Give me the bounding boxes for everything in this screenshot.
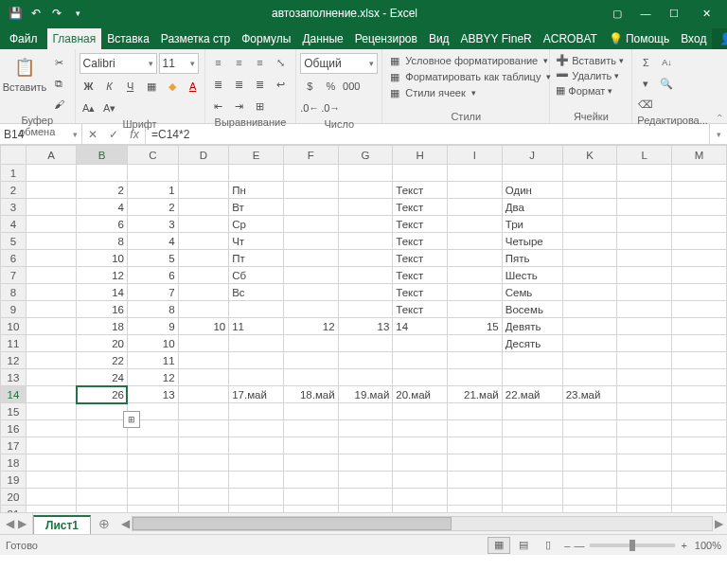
row-header[interactable]: 13 (1, 369, 27, 386)
cell[interactable] (672, 216, 727, 233)
cell[interactable] (448, 301, 503, 318)
align-middle-icon[interactable]: ≡ (230, 53, 249, 72)
close-button[interactable]: ✕ (689, 3, 723, 24)
cell[interactable] (393, 454, 448, 472)
worksheet-grid[interactable]: ABCDEFGHIJKLM1221ПнТекстОдин342ВтТекстДв… (0, 145, 727, 512)
cell[interactable]: 12 (283, 318, 338, 335)
format-cells-button[interactable]: ▦Формат▾ (554, 83, 626, 98)
cell[interactable] (617, 352, 672, 369)
autosum-icon[interactable]: Σ (636, 53, 655, 72)
cell[interactable]: 2 (77, 182, 128, 199)
column-header[interactable]: F (283, 146, 338, 165)
wrap-text-icon[interactable]: ↩ (272, 75, 291, 94)
cell[interactable] (283, 454, 338, 472)
cell[interactable]: 9 (127, 318, 178, 335)
cell[interactable] (338, 489, 393, 506)
cell[interactable]: 10 (178, 318, 229, 335)
cell[interactable] (178, 182, 229, 199)
cell[interactable] (562, 301, 617, 318)
cell[interactable] (26, 369, 77, 386)
cell[interactable]: 6 (127, 267, 178, 284)
cell[interactable] (229, 165, 284, 182)
cell[interactable]: 20.май (393, 386, 448, 403)
select-all-corner[interactable] (1, 146, 27, 165)
cell[interactable] (127, 489, 178, 506)
cell[interactable] (26, 250, 77, 267)
cell[interactable] (338, 199, 393, 216)
cell[interactable] (672, 199, 727, 216)
cell[interactable] (338, 472, 393, 489)
cell[interactable] (617, 233, 672, 250)
column-header[interactable]: H (393, 146, 448, 165)
cell[interactable] (283, 250, 338, 267)
cell[interactable] (229, 403, 284, 420)
cell[interactable] (283, 506, 338, 513)
column-header[interactable]: I (448, 146, 503, 165)
cell[interactable] (448, 506, 503, 513)
cell[interactable] (617, 386, 672, 403)
find-icon[interactable]: 🔍 (657, 74, 676, 93)
cell[interactable]: Два (502, 199, 562, 216)
cell[interactable]: Текст (393, 233, 448, 250)
minimize-button[interactable]: — (632, 3, 659, 24)
cell[interactable] (178, 267, 229, 284)
cell[interactable] (393, 335, 448, 352)
cell[interactable]: 2 (127, 199, 178, 216)
row-header[interactable]: 21 (1, 506, 27, 513)
conditional-formatting-button[interactable]: ▦Условное форматирование▾ (386, 53, 553, 68)
cell[interactable] (672, 301, 727, 318)
cell[interactable] (672, 437, 727, 454)
cell[interactable]: Три (502, 216, 562, 233)
tab-formulas[interactable]: Формулы (236, 28, 296, 49)
cell[interactable] (178, 216, 229, 233)
cell[interactable] (338, 267, 393, 284)
column-header[interactable]: G (338, 146, 393, 165)
cell[interactable]: Десять (502, 335, 562, 352)
cell[interactable] (178, 301, 229, 318)
row-header[interactable]: 7 (1, 267, 27, 284)
cell[interactable]: Текст (393, 301, 448, 318)
cell[interactable] (502, 403, 562, 420)
zoom-out-button[interactable]: — (574, 540, 584, 551)
cell[interactable] (562, 454, 617, 472)
italic-button[interactable]: К (100, 77, 119, 96)
cell[interactable] (672, 506, 727, 513)
cell[interactable]: 18.май (283, 386, 338, 403)
align-bottom-icon[interactable]: ≡ (251, 53, 270, 72)
cell[interactable] (26, 506, 77, 513)
cell[interactable] (178, 454, 229, 472)
cell[interactable] (562, 182, 617, 199)
currency-icon[interactable]: $ (300, 77, 319, 96)
cell[interactable] (393, 489, 448, 506)
cell[interactable] (562, 318, 617, 335)
cell[interactable] (26, 199, 77, 216)
cell[interactable]: Девять (502, 318, 562, 335)
row-header[interactable]: 18 (1, 454, 27, 472)
cell[interactable] (562, 489, 617, 506)
comma-icon[interactable]: 000 (342, 77, 361, 96)
cell[interactable] (617, 454, 672, 472)
cell[interactable] (178, 199, 229, 216)
row-header[interactable]: 12 (1, 352, 27, 369)
merge-icon[interactable]: ⊞ (251, 97, 270, 116)
cell[interactable] (672, 182, 727, 199)
cell[interactable]: 5 (127, 250, 178, 267)
insert-cells-button[interactable]: ➕Вставить▾ (554, 53, 626, 67)
cell[interactable] (283, 352, 338, 369)
cell[interactable] (77, 403, 128, 420)
cell[interactable] (283, 233, 338, 250)
cell[interactable] (562, 216, 617, 233)
cell[interactable]: 11 (127, 352, 178, 369)
cell[interactable] (562, 165, 617, 182)
cell[interactable] (26, 403, 77, 420)
cell[interactable] (178, 403, 229, 420)
indent-increase-icon[interactable]: ⇥ (230, 97, 249, 116)
cell[interactable] (127, 472, 178, 489)
cell[interactable]: 8 (127, 301, 178, 318)
align-top-icon[interactable]: ≡ (209, 53, 228, 72)
cell[interactable] (502, 369, 562, 386)
cell[interactable] (502, 420, 562, 437)
cell[interactable] (617, 420, 672, 437)
cell[interactable] (26, 267, 77, 284)
column-header[interactable]: L (617, 146, 672, 165)
